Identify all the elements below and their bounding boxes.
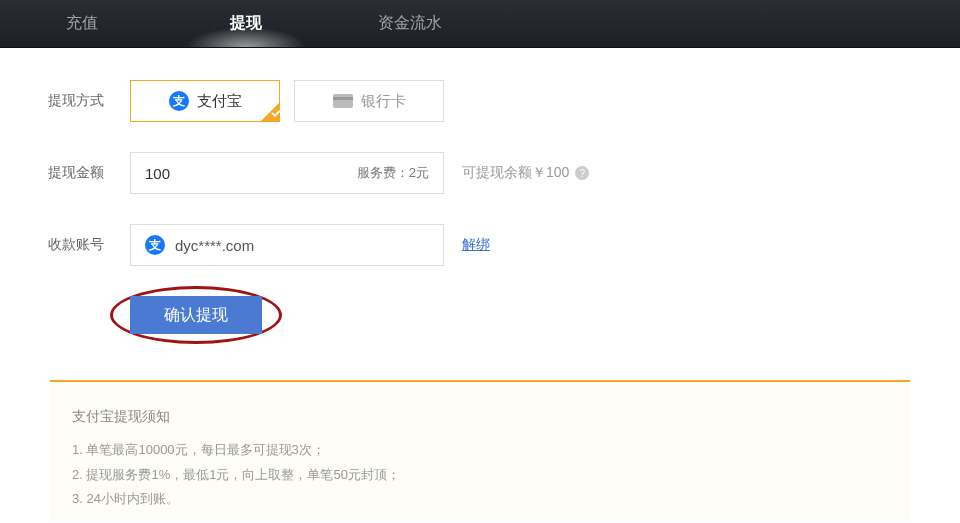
bankcard-icon xyxy=(333,94,353,108)
notice-title: 支付宝提现须知 xyxy=(72,408,888,426)
row-account: 收款账号 支 dyc****.com 解绑 xyxy=(48,224,912,266)
help-icon[interactable]: ? xyxy=(575,166,589,180)
label-method: 提现方式 xyxy=(48,92,130,110)
service-fee-text: 服务费：2元 xyxy=(357,164,429,182)
row-method: 提现方式 支 支付宝 银行卡 xyxy=(48,80,912,122)
method-alipay-label: 支付宝 xyxy=(197,92,242,111)
top-tab-bar: 充值 提现 资金流水 xyxy=(0,0,960,48)
method-alipay[interactable]: 支 支付宝 xyxy=(130,80,280,122)
tab-funds-flow[interactable]: 资金流水 xyxy=(328,0,492,47)
unbind-link[interactable]: 解绑 xyxy=(462,236,490,254)
alipay-icon: 支 xyxy=(145,235,165,255)
account-display: 支 dyc****.com xyxy=(130,224,444,266)
balance-value-text: 可提现余额￥100 xyxy=(462,164,569,182)
method-options: 支 支付宝 银行卡 xyxy=(130,80,444,122)
amount-input-wrapper: 服务费：2元 xyxy=(130,152,444,194)
amount-input[interactable] xyxy=(145,165,305,182)
row-amount: 提现金额 服务费：2元 可提现余额￥100 ? xyxy=(48,152,912,194)
label-account: 收款账号 xyxy=(48,236,130,254)
tab-withdraw[interactable]: 提现 xyxy=(164,0,328,47)
notice-line-2: 2. 提现服务费1%，最低1元，向上取整，单笔50元封顶； xyxy=(72,463,888,488)
available-balance: 可提现余额￥100 ? xyxy=(462,164,589,182)
confirm-withdraw-button[interactable]: 确认提现 xyxy=(130,296,262,334)
method-bankcard[interactable]: 银行卡 xyxy=(294,80,444,122)
account-value: dyc****.com xyxy=(175,237,254,254)
label-amount: 提现金额 xyxy=(48,164,130,182)
tab-recharge[interactable]: 充值 xyxy=(0,0,164,47)
notice-line-1: 1. 单笔最高10000元，每日最多可提现3次； xyxy=(72,438,888,463)
method-bankcard-label: 银行卡 xyxy=(361,92,406,111)
notice-line-3: 3. 24小时内到账。 xyxy=(72,487,888,512)
alipay-icon: 支 xyxy=(169,91,189,111)
selected-check-icon xyxy=(261,103,279,121)
withdraw-form: 提现方式 支 支付宝 银行卡 提现金额 服务费：2元 可提现余额￥100 ? 收… xyxy=(0,48,960,522)
row-confirm: 确认提现 xyxy=(48,296,912,334)
withdraw-notice: 支付宝提现须知 1. 单笔最高10000元，每日最多可提现3次； 2. 提现服务… xyxy=(50,380,910,522)
